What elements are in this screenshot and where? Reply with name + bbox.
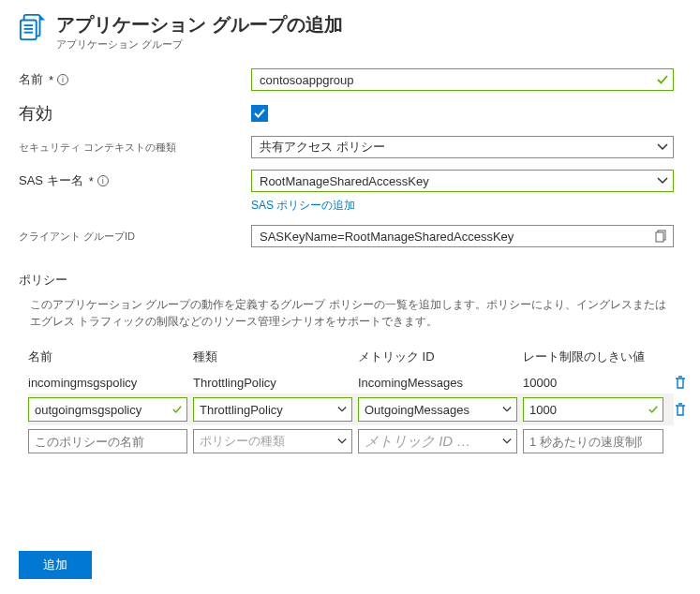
page-subtitle: アプリケーション グループ (56, 37, 343, 52)
col-metric: メトリック ID (358, 349, 517, 365)
policy-rate-input[interactable]: 1000 (523, 397, 663, 422)
policy-row-new: ポリシーの種類 メトリック ID … (28, 425, 674, 457)
enabled-label: 有効 (19, 102, 251, 125)
doc-icon (19, 13, 47, 41)
policy-row: incomingmsgspolicy ThrottlingPolicy Inco… (28, 371, 674, 394)
name-label: 名前* i (19, 71, 251, 88)
name-input[interactable] (251, 68, 674, 91)
new-policy-metric[interactable]: メトリック ID … (358, 429, 517, 453)
svg-rect-6 (656, 232, 663, 242)
client-label: クライアント グループID (19, 230, 251, 244)
sas-select[interactable]: RootManageSharedAccessKey (251, 170, 674, 192)
policy-type-select[interactable]: ThrottlingPolicy (193, 397, 352, 422)
check-icon (172, 405, 182, 414)
new-policy-name[interactable] (28, 429, 187, 453)
enabled-checkbox[interactable] (251, 105, 268, 122)
policy-metric: IncomingMessages (358, 376, 517, 390)
new-policy-rate[interactable] (523, 429, 663, 453)
sas-label: SAS キー名* i (19, 172, 251, 189)
policy-type: ThrottlingPolicy (193, 376, 352, 390)
policy-name: incomingmsgspolicy (28, 376, 187, 390)
delete-policy-button[interactable] (673, 375, 688, 390)
policies-title: ポリシー (19, 272, 674, 289)
col-name: 名前 (28, 349, 187, 365)
col-rate: レート制限のしきい値 (523, 349, 663, 365)
delete-policy-button[interactable] (673, 402, 688, 417)
info-icon[interactable]: i (97, 175, 109, 186)
ctx-select[interactable]: 共有アクセス ポリシー (251, 136, 674, 158)
check-icon (648, 405, 658, 414)
col-type: 種類 (193, 349, 352, 365)
policy-name-input[interactable]: outgoingmsgspolicy (28, 397, 187, 422)
client-group-id[interactable] (251, 225, 674, 247)
page-title: アプリケーション グループの追加 (56, 13, 343, 36)
add-sas-policy-link[interactable]: SAS ポリシーの追加 (251, 198, 355, 214)
copy-icon[interactable] (655, 230, 668, 243)
policy-metric-select[interactable]: OutgoingMessages (358, 397, 517, 422)
info-icon[interactable]: i (57, 74, 68, 85)
new-policy-type[interactable]: ポリシーの種類 (193, 429, 352, 453)
add-button[interactable]: 追加 (19, 551, 92, 579)
ctx-label: セキュリティ コンテキストの種類 (19, 141, 251, 155)
check-icon (657, 74, 668, 85)
policies-desc: このアプリケーション グループの動作を定義するグループ ポリシーの一覧を追加しま… (30, 296, 667, 330)
policy-row: outgoingmsgspolicy ThrottlingPolicy Outg… (28, 394, 674, 425)
policy-rate: 10000 (523, 376, 663, 390)
